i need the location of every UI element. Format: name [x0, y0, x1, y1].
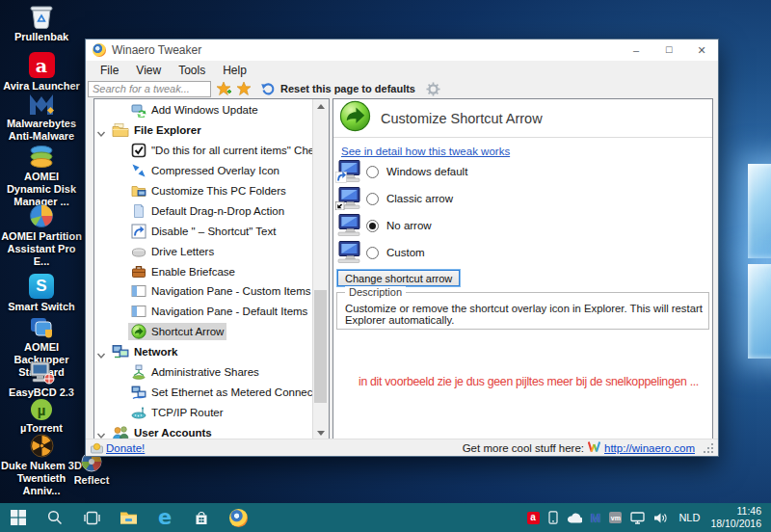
- desktop-icon-malwarebytes[interactable]: Malwarebytes Anti-Malware: [0, 93, 83, 143]
- compress-arrows-icon: [131, 163, 146, 178]
- chevron-down-icon[interactable]: [96, 125, 107, 136]
- menu-file[interactable]: File: [92, 62, 127, 79]
- scroll-up-arrow[interactable]: [313, 99, 329, 114]
- taskbar: e a M vm NLD 11:46 18/10/2016: [0, 503, 771, 532]
- start-button[interactable]: [0, 503, 37, 532]
- option-classic-arrow[interactable]: Classic arrow: [335, 185, 453, 212]
- navigation-pane-icon: [131, 283, 146, 299]
- tree-scrollbar[interactable]: [312, 99, 329, 440]
- tree-item-add-windows-update[interactable]: Add Windows Update: [94, 100, 313, 120]
- radio-no-arrow[interactable]: [366, 220, 379, 232]
- tree-item-this-pc-folders[interactable]: Customize This PC Folders: [94, 181, 313, 201]
- add-favorite-star-icon[interactable]: [215, 81, 231, 97]
- menu-help[interactable]: Help: [214, 62, 255, 79]
- search-icon[interactable]: [37, 503, 73, 532]
- chevron-down-icon[interactable]: [96, 347, 107, 358]
- tree-item-shortcut-arrow[interactable]: Shortcut Arrow: [94, 322, 313, 342]
- tree-item-admin-shares[interactable]: Administrative Shares: [94, 362, 313, 383]
- winaero-tweaker-taskbar-icon[interactable]: [220, 503, 256, 532]
- desktop-icon-aomei-dynamic[interactable]: AOMEI Dynamic Disk Manager ...: [0, 145, 83, 209]
- file-explorer-icon[interactable]: [110, 503, 146, 532]
- edge-icon[interactable]: e: [146, 503, 183, 532]
- tree-item-nav-pane-default[interactable]: Navigation Pane - Default Items: [94, 302, 313, 322]
- gear-icon[interactable]: [425, 81, 441, 97]
- language-indicator[interactable]: NLD: [677, 512, 702, 523]
- tree-item-drag-n-drop[interactable]: Default Drag-n-Drop Action: [94, 200, 313, 221]
- tree-item-disable-shortcut-text[interactable]: Disable " – Shortcut" Text: [94, 221, 313, 241]
- close-button[interactable]: ✕: [685, 40, 718, 61]
- computer-icon: [28, 361, 55, 385]
- radio-windows-default[interactable]: [366, 166, 379, 178]
- resize-grip[interactable]: [702, 441, 714, 454]
- change-shortcut-arrow-button[interactable]: Change shortcut arrow: [337, 270, 460, 286]
- chevron-down-icon[interactable]: [96, 427, 107, 438]
- radio-custom[interactable]: [366, 247, 379, 259]
- desktop-wallpaper: Prullenbak a Avira Launcher Malwarebytes…: [0, 0, 771, 503]
- shortcut-arrow-box-icon: [131, 224, 146, 239]
- desktop-icon-easybcd[interactable]: EasyBCD 2.3: [0, 361, 83, 399]
- vmware-tray-icon[interactable]: vm: [609, 512, 622, 523]
- clock-time: 11:46: [710, 505, 761, 518]
- window-title: Winaero Tweaker: [112, 43, 201, 57]
- winaero-w-logo: [588, 441, 600, 454]
- minimize-button[interactable]: –: [620, 40, 652, 61]
- desktop-icon-smart-switch[interactable]: S Smart Switch: [0, 274, 83, 313]
- disk-stack-icon: [28, 145, 55, 169]
- volume-icon[interactable]: [653, 512, 668, 524]
- pc-folder-icon: [131, 183, 146, 199]
- folder-icon: [112, 122, 129, 138]
- maximize-button[interactable]: ☐: [652, 40, 685, 61]
- desktop-icon-utorrent[interactable]: µ µTorrent: [0, 399, 83, 435]
- malwarebytes-tray-icon[interactable]: M: [591, 512, 601, 524]
- drive-icon: [131, 244, 146, 259]
- favorites-star-icon[interactable]: [235, 81, 252, 97]
- pc-custom-icon: [335, 241, 360, 264]
- avira-icon: a: [29, 52, 55, 78]
- tree-item-enable-briefcase[interactable]: Enable Briefcase: [94, 261, 313, 281]
- tree-item-checkbox[interactable]: "Do this for all current items" Checkbox: [94, 141, 313, 161]
- description-legend: Description: [345, 286, 406, 298]
- status-bar: Donate! Get more cool stuff here: http:/…: [86, 439, 718, 456]
- onedrive-cloud-icon[interactable]: [567, 513, 582, 523]
- clock[interactable]: 11:46 18/10/2016: [710, 505, 765, 530]
- network-tray-icon[interactable]: [630, 512, 645, 524]
- desktop-icon-avira-launcher[interactable]: a Avira Launcher: [0, 52, 83, 93]
- reset-label[interactable]: Reset this page to defaults: [280, 83, 415, 94]
- tree-item-compressed-overlay[interactable]: Compressed Overlay Icon: [94, 161, 313, 181]
- smart-switch-icon: S: [29, 274, 54, 299]
- scrollbar-thumb[interactable]: [314, 290, 327, 403]
- task-view-icon[interactable]: [73, 503, 110, 532]
- option-windows-default[interactable]: Windows default: [335, 158, 467, 185]
- store-icon[interactable]: [183, 503, 220, 532]
- description-groupbox: Description Customize or remove the shor…: [336, 292, 709, 330]
- tree-item-network[interactable]: Network: [94, 342, 313, 362]
- tweak-detail-link[interactable]: See in detail how this tweak works: [341, 146, 510, 157]
- menu-bar: File View Tools Help: [86, 61, 718, 79]
- router-icon: [131, 405, 146, 420]
- tree-item-tcpip-router[interactable]: TCP/IP Router: [94, 402, 313, 422]
- checkbox-icon: [131, 143, 146, 158]
- status-promo-text: Get more cool stuff here:: [463, 442, 584, 454]
- search-input[interactable]: [88, 81, 211, 97]
- tree-item-metered-connection[interactable]: Set Ethernet as Metered Connection: [94, 382, 313, 402]
- tree-item-nav-pane-custom[interactable]: Navigation Pane - Custom Items: [94, 281, 313, 302]
- menu-tools[interactable]: Tools: [170, 62, 214, 79]
- panel-title: Customize Shortcut Arrow: [381, 111, 543, 126]
- tree-item-file-explorer[interactable]: File Explorer: [94, 120, 313, 141]
- title-bar[interactable]: Winaero Tweaker – ☐ ✕: [86, 40, 718, 61]
- reset-icon[interactable]: [259, 81, 276, 97]
- avira-tray-icon[interactable]: a: [527, 512, 540, 524]
- description-text: Customize or remove the shortcut overlay…: [345, 303, 703, 326]
- donate-link[interactable]: Donate!: [106, 442, 145, 454]
- windows-logo-wallpaper: [744, 164, 771, 362]
- radio-classic-arrow[interactable]: [366, 193, 379, 205]
- winaero-url-link[interactable]: http://winaero.com: [604, 442, 695, 454]
- menu-view[interactable]: View: [127, 62, 170, 79]
- desktop-icon-aomei-partition[interactable]: AOMEI Partition Assistant Pro E...: [0, 203, 83, 269]
- phone-device-tray-icon[interactable]: [548, 511, 558, 524]
- desktop-icon-prullenbak[interactable]: Prullenbak: [0, 4, 83, 43]
- option-custom[interactable]: Custom: [335, 239, 425, 266]
- tree-item-drive-letters[interactable]: Drive Letters: [94, 241, 313, 261]
- option-no-arrow[interactable]: No arrow: [335, 212, 432, 239]
- pc-default-arrow-icon: [335, 160, 360, 183]
